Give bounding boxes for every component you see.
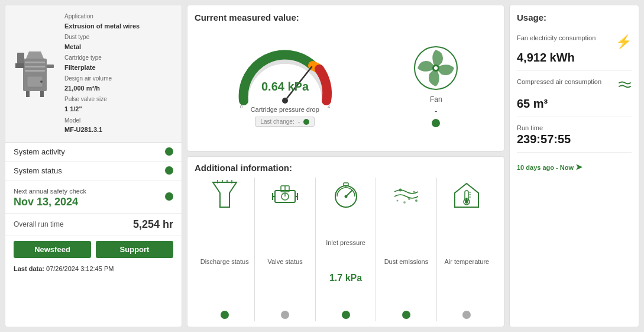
run-time-label: Overall run time [14,220,64,228]
svg-rect-3 [15,63,24,68]
cartridge-type-label: Cartridge type [64,54,102,61]
system-activity-label: System activity [14,147,65,156]
additional-item-pressure: Inlet pressure 1.7 kPa [316,178,376,321]
additional-item-valve: Valve status [255,178,315,321]
svg-rect-5 [40,91,44,97]
design-air-volume-label: Design air volume [64,75,112,82]
additional-item-temperature: Air temperature [437,178,497,321]
time-range-text: 10 days ago - Now [517,164,574,171]
last-change: Last change: - [255,117,315,127]
system-activity-dot [165,147,173,156]
svg-point-13 [282,98,288,104]
usage-title: Usage: [517,12,632,22]
fan-dot [432,119,440,127]
support-button[interactable]: Support [96,241,173,258]
device-image [11,44,59,103]
run-time-row: Overall run time 5,254 hr [5,214,182,236]
last-data-label: Last data: [14,265,44,272]
fan-electricity-label: Fan electricity consumption [517,34,596,41]
additional-info-card: Additional information: Discharge status [187,156,504,327]
system-activity-row: System activity [5,143,182,162]
last-change-value: - [298,118,300,125]
valve-dot [281,311,289,319]
compressed-air-value: 65 m³ [517,97,632,111]
compressed-air-row: Compressed air consumption [517,78,632,96]
dust-icon [391,180,421,212]
valve-icon [270,180,300,212]
lightning-icon: ⚡ [616,34,632,50]
newsfeed-button[interactable]: Newsfeed [14,241,91,258]
dust-label: Dust emissions [384,258,429,265]
svg-rect-37 [344,183,348,186]
temperature-dot [462,311,471,319]
additional-item-discharge: Discharge status [195,178,255,321]
fan-electricity-row: Fan electricity consumption ⚡ [517,34,632,50]
pressure-inlet-value: 1.7 kPa [329,273,362,283]
application-value: Extrusion of metal wires [64,21,140,31]
additional-item-dust: Dust emissions [376,178,436,321]
right-panel: Usage: Fan electricity consumption ⚡ 4,9… [509,5,639,327]
svg-point-39 [399,189,402,192]
svg-point-41 [413,191,415,193]
svg-rect-4 [26,91,30,97]
svg-text:0: 0 [240,104,243,109]
svg-point-44 [415,199,418,202]
system-status-label: System status [14,166,62,175]
run-time-usage-row: Run time [517,124,632,131]
svg-point-40 [408,198,410,200]
safety-check-row: Next annual safety check Nov 13, 2024 [5,180,182,214]
current-value-card: Current measured value: [187,5,504,152]
discharge-dot [221,311,229,319]
safety-check-dot [165,192,173,201]
discharge-label: Discharge status [200,258,249,265]
device-specs: Application Extrusion of metal wires Dus… [64,11,140,136]
dust-type-label: Dust type [64,34,89,40]
svg-text:0.64 kPa: 0.64 kPa [261,80,309,93]
wind-icon [617,78,632,96]
safety-check-label: Next annual safety check [14,188,86,195]
design-air-volume-value: 21,000 m³/h [64,83,140,94]
current-value-title: Current measured value: [195,12,497,22]
svg-point-42 [403,201,406,204]
pressure-dot [342,311,350,319]
svg-text:4: 4 [328,104,331,109]
svg-point-49 [465,200,468,204]
svg-point-11 [40,80,43,83]
svg-rect-9 [47,65,54,68]
time-range: 10 days ago - Now ➤ [517,162,632,172]
compressed-air-label: Compressed air consumption [517,78,601,85]
svg-marker-1 [26,51,44,59]
fan-icon [412,44,459,92]
gauge-svg: 0.64 kPa 0 4 [232,44,338,109]
fan-value: - [435,107,437,115]
run-time-value: 5,254 hr [133,218,173,231]
additional-items: Discharge status [195,178,497,321]
svg-rect-2 [17,53,24,65]
fan-electricity-item: Fan electricity consumption ⚡ 4,912 kWh [517,34,632,71]
pressure-inlet-label: Inlet pressure [326,239,365,246]
fan-label: Fan [430,95,442,104]
last-change-dot [303,119,309,125]
run-time-usage-value: 239:57:55 [517,133,632,146]
fan-section: Fan - [412,44,459,127]
svg-marker-20 [213,182,237,207]
svg-point-43 [396,200,398,202]
current-value-content: 0.64 kPa 0 4 Cartridge pressure drop Las… [195,27,497,144]
temperature-label: Air temperature [444,258,489,265]
action-buttons: Newsfeed Support [5,236,182,263]
safety-check-text: Next annual safety check Nov 13, 2024 [14,185,86,208]
svg-point-36 [344,195,347,198]
run-time-usage-label: Run time [517,124,543,131]
model-value: MF-U281.3.1 [64,125,140,135]
pressure-icon [331,180,361,212]
time-range-arrow: ➤ [575,162,582,172]
device-illustration [14,47,56,100]
last-change-label: Last change: [260,118,294,125]
device-info: Application Extrusion of metal wires Dus… [5,5,182,143]
middle-panel: Current measured value: [187,5,504,327]
last-data-value: 07/26/2024 3:12:45 PM [46,265,114,272]
fan-electricity-value: 4,912 kWh [517,51,632,65]
application-label: Application [64,13,93,20]
model-label: Model [64,116,140,125]
svg-rect-6 [25,62,45,63]
